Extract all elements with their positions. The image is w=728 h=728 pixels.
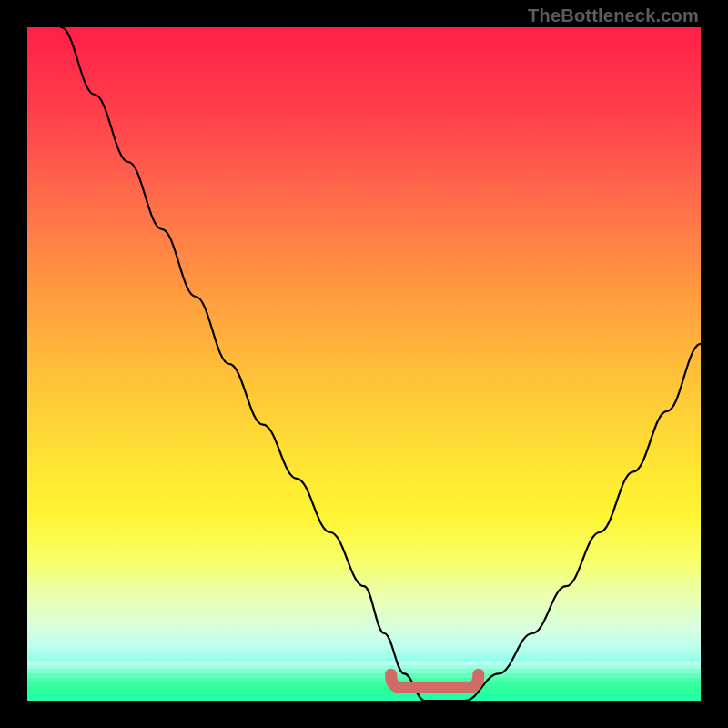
bottleneck-curve — [61, 27, 701, 701]
optimal-band-marker — [391, 674, 479, 687]
curve-layer — [27, 27, 701, 701]
chart-frame: TheBottleneck.com — [0, 0, 728, 728]
plot-area — [27, 27, 701, 701]
attribution-label: TheBottleneck.com — [528, 5, 699, 26]
